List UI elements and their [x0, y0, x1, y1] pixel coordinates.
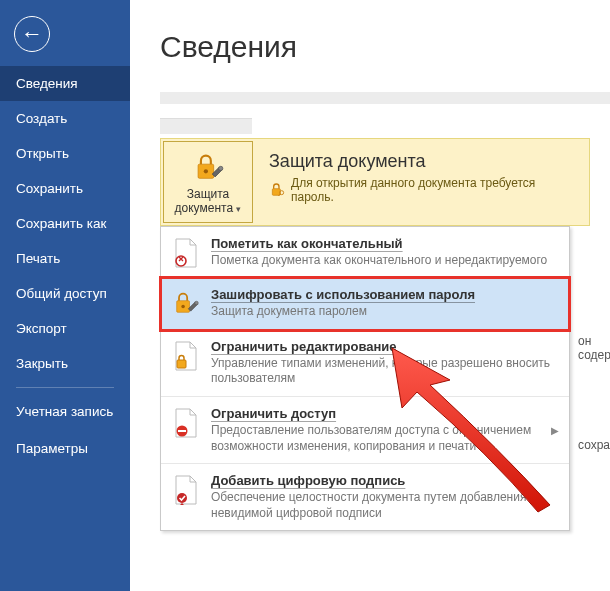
menu-item-desc: Защита документа паролем — [211, 304, 559, 320]
menu-item-desc: Пометка документа как окончательного и н… — [211, 253, 559, 269]
menu-item-title: Ограничить редактирование — [211, 339, 559, 354]
nav-item-open[interactable]: Открыть — [0, 136, 130, 171]
page-title: Сведения — [160, 30, 610, 64]
menu-item-restrict-access[interactable]: Ограничить доступ Предоставление пользов… — [161, 397, 569, 464]
protect-info: Защита документа Для открытия данного до… — [255, 139, 589, 225]
truncated-text: он содер — [578, 334, 610, 362]
nav-item-print[interactable]: Печать — [0, 241, 130, 276]
nav-item-share[interactable]: Общий доступ — [0, 276, 130, 311]
menu-item-desc: Предоставление пользователям доступа с о… — [211, 423, 541, 454]
lock-small-icon — [269, 182, 285, 198]
menu-item-desc: Управление типами изменений, которые раз… — [211, 356, 559, 387]
protect-desc: Для открытия данного документа требуется… — [291, 176, 579, 204]
document-restrict-icon — [173, 341, 199, 371]
nav-item-options[interactable]: Параметры — [0, 431, 130, 466]
menu-item-desc: Обеспечение целостности документа путем … — [211, 490, 559, 521]
backstage-sidebar: ← Сведения Создать Открыть Сохранить Сох… — [0, 0, 130, 591]
document-path-placeholder — [160, 118, 252, 134]
protect-document-button[interactable]: Защита документа ▾ — [163, 141, 253, 223]
menu-item-digital-signature[interactable]: Добавить цифровую подпись Обеспечение це… — [161, 464, 569, 530]
nav-item-new[interactable]: Создать — [0, 101, 130, 136]
document-name-placeholder — [160, 92, 610, 104]
svg-point-8 — [195, 301, 199, 305]
svg-point-12 — [177, 493, 187, 503]
menu-item-title: Добавить цифровую подпись — [211, 473, 559, 488]
svg-rect-9 — [177, 360, 186, 368]
protect-button-label: Защита документа ▾ — [166, 188, 250, 216]
nav-item-close[interactable]: Закрыть — [0, 346, 130, 381]
document-final-icon — [173, 238, 199, 268]
svg-point-1 — [204, 169, 208, 173]
nav-item-save[interactable]: Сохранить — [0, 171, 130, 206]
menu-item-restrict-editing[interactable]: Ограничить редактирование Управление тип… — [161, 330, 569, 397]
arrow-left-icon: ← — [21, 23, 43, 45]
back-circle-icon: ← — [14, 16, 50, 52]
protect-document-menu: Пометить как окончательный Пометка докум… — [160, 226, 570, 532]
svg-rect-3 — [272, 189, 280, 196]
menu-item-title: Пометить как окончательный — [211, 236, 559, 251]
menu-item-title: Зашифровать с использованием пароля — [211, 287, 559, 302]
back-button[interactable]: ← — [0, 0, 130, 66]
lock-key-icon — [191, 150, 225, 184]
menu-item-mark-final[interactable]: Пометить как окончательный Пометка докум… — [161, 227, 569, 279]
nav-item-export[interactable]: Экспорт — [0, 311, 130, 346]
document-signature-icon — [173, 475, 199, 505]
main-panel: Сведения Защита документа ▾ — [130, 0, 610, 591]
nav-item-info[interactable]: Сведения — [0, 66, 130, 101]
lock-key-icon — [172, 289, 200, 317]
svg-point-7 — [181, 305, 185, 309]
nav-divider — [16, 387, 114, 388]
document-denied-icon — [173, 408, 199, 438]
nav-item-saveas[interactable]: Сохранить как — [0, 206, 130, 241]
protect-title: Защита документа — [269, 151, 579, 172]
svg-point-2 — [219, 166, 223, 170]
menu-item-encrypt-password[interactable]: Зашифровать с использованием пароля Защи… — [161, 278, 569, 330]
svg-rect-11 — [178, 430, 186, 432]
menu-item-title: Ограничить доступ — [211, 406, 541, 421]
truncated-text: сохранен — [578, 438, 610, 452]
protect-document-panel: Защита документа ▾ Защита документа Для … — [160, 138, 590, 226]
chevron-down-icon: ▾ — [236, 204, 241, 214]
nav-item-account[interactable]: Учетная запись — [0, 394, 130, 431]
chevron-right-icon: ▶ — [551, 425, 559, 436]
